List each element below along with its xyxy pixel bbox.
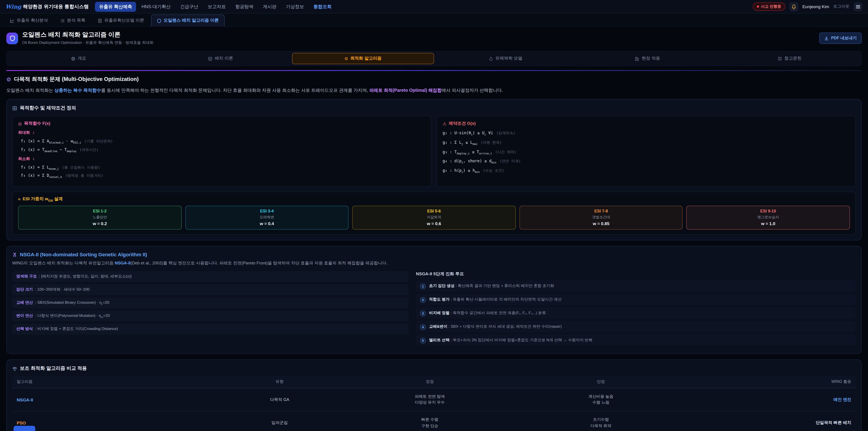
page-title: 오일펜스 배치 최적화 알고리즘 이론 xyxy=(22,31,153,39)
pdf-export-button[interactable]: PDF 내보내기 xyxy=(819,33,862,44)
intro-segment: 에서 의사결정자가 선택합니다. xyxy=(442,88,503,93)
incident-dot-icon xyxy=(757,5,759,8)
param-value: : 100~200개체 · 세대수 50~200 xyxy=(35,287,90,293)
param-row-population: 집단 크기 : 100~200개체 · 세대수 50~200 xyxy=(12,284,409,295)
menu-icon[interactable] xyxy=(854,2,863,11)
esi-range: ESI 9-10 xyxy=(689,209,848,213)
section-tab-label: 현장 적용 xyxy=(642,56,660,61)
section-tab-deployment-theory[interactable]: 배치 이론 xyxy=(150,53,291,64)
formula-note: (여유시간) xyxy=(80,147,98,152)
top-navbar: Wing 해양환경 위기대응 통합시스템 유출유 확산예측 HNS·대기확산 긴… xyxy=(0,0,868,13)
param-row-mutation: 변이 연산 : 다항식 변이(Polynomial Mutation) · ηm… xyxy=(12,311,409,321)
step-text: : 목적함수 공간에서 파레토 전면 계층(F₁, F₂, F₃...) 분류 xyxy=(451,310,546,315)
tab-boom-algorithm-theory[interactable]: 오일펜스 배치 알고리즘 이론 xyxy=(151,14,225,26)
step-label: 교배&변이 xyxy=(429,324,447,329)
section-tab-references[interactable]: 참고문헌 xyxy=(719,53,860,64)
desc-segment: WING의 오일펜스 배치 최적화는 다목적 유전알고리즘 xyxy=(12,261,115,265)
esi-weight: w = 0.85 xyxy=(522,221,681,226)
esi-weight: w = 0.6 xyxy=(354,221,513,226)
sub-tabbar: 유출유 확산분석 분석 목록 유출유확산모델 이론 오일펜스 배치 알고리즘 이… xyxy=(0,13,868,27)
floating-button-partial[interactable] xyxy=(13,426,35,431)
page-content: ⚙ 다목적 최적화 문제 (Multi-Objective Optimizati… xyxy=(0,70,868,431)
incident-badge-label: 사고 진행중 xyxy=(761,4,781,9)
section-tab-field-application[interactable]: 현장 적용 xyxy=(577,53,718,64)
formula: f₃ (x) = Σ Lboom,j xyxy=(21,165,59,170)
algorithm-pros: 파레토 전면 탐색다양성 유지 우수 xyxy=(342,394,518,406)
maximize-label: 최대화 : xyxy=(18,130,426,135)
esi-name: 갯벌조간대 xyxy=(522,215,681,220)
wing-usage: 단일목적 빠른 배치 xyxy=(684,420,851,426)
table-row: PSO 입자군집 빠른 수렴구현 단순 조기수렴다목적 취약 단일목적 빠른 배… xyxy=(12,411,856,431)
esi-name: 모래해변 xyxy=(187,215,346,220)
nav-item-integrated-search[interactable]: 통합조회 xyxy=(309,2,336,11)
formula: g₁ : U·sin(θi) ≤ Uc ∀i xyxy=(442,131,493,136)
desc-highlight-nsga: NSGA-II xyxy=(115,261,131,265)
step-number: 1 xyxy=(420,283,426,289)
esi-weight: w = 0.4 xyxy=(187,221,346,226)
nav-item-hns-dispersion[interactable]: HNS·대기확산 xyxy=(137,2,175,11)
download-icon xyxy=(825,36,829,40)
scales-icon xyxy=(12,366,17,371)
globe-icon xyxy=(71,56,75,61)
col-header-wing-usage: WING 활용 xyxy=(684,379,851,385)
section-tab-label: 최적화 알고리즘 xyxy=(350,56,381,61)
notifications-bell-icon[interactable] xyxy=(789,2,798,11)
tab-label: 유출유 확산분석 xyxy=(17,18,48,24)
param-value: : SBX(Simulated Binary Crossover) · ηc=2… xyxy=(35,300,110,305)
formula-note: (수심 조건) xyxy=(483,168,504,173)
loop-step-2: 2 적합도 평가 : 유출유 확산 시뮬레이터로 각 배치안의 차단면적·도달시… xyxy=(416,294,856,305)
app-logo: Wing 해양환경 위기대응 통합시스템 xyxy=(5,3,89,10)
main-nav: 유출유 확산예측 HNS·대기확산 긴급구난 보고자료 항공탐색 게시판 기상정… xyxy=(95,2,336,11)
esi-range: ESI 7-8 xyxy=(522,209,681,213)
wing-logo-icon: Wing xyxy=(5,3,21,10)
param-row-crossover: 교배 연산 : SBX(Simulated Binary Crossover) … xyxy=(12,298,409,308)
formula-note: (방제정 총 이동거리) xyxy=(65,173,103,178)
moo-heading-text: 다목적 최적화 문제 (Multi-Objective Optimization… xyxy=(14,75,139,83)
nsga-card: NSGA-II (Non-dominated Sorting Genetic A… xyxy=(6,246,862,354)
section-tab-overview[interactable]: 개요 xyxy=(8,53,149,64)
step-number: 3 xyxy=(420,310,426,316)
gear-icon: ⚙ xyxy=(344,56,348,61)
formula-note: (임계유속) xyxy=(496,131,515,135)
nav-item-reports[interactable]: 보고자료 xyxy=(204,2,230,11)
esi-name: 자갈퇴적 xyxy=(354,215,513,220)
shield-icon xyxy=(157,18,161,23)
nav-item-oil-spill-prediction[interactable]: 유출유 확산예측 xyxy=(95,2,136,11)
formula-line: f₁ (x) = Σ Ablocked,i · wESI,i (기름 차단면적) xyxy=(21,139,426,144)
col-header-cons: 단점 xyxy=(518,379,684,385)
pdf-export-label: PDF 내보내기 xyxy=(831,35,857,41)
formula: g₂ : Σ Lj ≤ Lmax xyxy=(442,140,477,145)
grid-icon xyxy=(12,105,17,111)
section-tab-optimization-algorithm[interactable]: ⚙ 최적화 알고리즘 xyxy=(292,53,434,64)
list-icon xyxy=(60,18,65,23)
tab-spill-model-theory[interactable]: 유출유확산모델 이론 xyxy=(92,15,150,26)
nav-item-aerial-search[interactable]: 항공탐색 xyxy=(231,2,257,11)
nav-item-board[interactable]: 게시판 xyxy=(259,2,281,11)
moo-intro-paragraph: 오일펜스 배치 최적화는 상충하는 복수 목적함수를 동시에 만족해야 하는 전… xyxy=(6,87,730,94)
esi-box-3-4: ESI 3-4 모래해변 w = 0.4 xyxy=(185,206,348,229)
tab-spill-analysis[interactable]: 유출유 확산분석 xyxy=(4,15,53,26)
logout-button[interactable]: 로그아웃 xyxy=(833,4,849,9)
table-header-row: 알고리즘 유형 장점 단점 WING 활용 xyxy=(12,376,856,388)
section-tab-hydrodynamics[interactable]: 유체역학 모델 xyxy=(435,53,576,64)
incident-status-badge[interactable]: 사고 진행중 xyxy=(753,2,785,11)
tab-analysis-list[interactable]: 분석 목록 xyxy=(55,15,91,26)
col-header-pros: 장점 xyxy=(342,379,518,385)
formula-note: (자원 한계) xyxy=(480,140,502,145)
nav-item-emergency-rescue[interactable]: 긴급구난 xyxy=(176,2,202,11)
formula-line: f₄ (x) = Σ Dvessel,k (방제정 총 이동거리) xyxy=(21,173,426,179)
section-tab-label: 개요 xyxy=(78,56,86,61)
intro-highlight-objectives: 상충하는 복수 목적함수 xyxy=(54,88,101,93)
loop-step-1: 1 초기 집단 생성 : 확산예측 결과 기반 랜덤 + 휴리스틱 배치안 혼합… xyxy=(416,280,856,291)
algorithm-name: NSGA-II xyxy=(17,397,217,402)
formula-line: f₃ (x) = Σ Lboom,j (총 오일펜스 사용량) xyxy=(21,165,426,170)
esi-name: 맹그로브습지 xyxy=(689,215,848,220)
param-value: : 다항식 변이(Polynomial Mutation) · ηm=20 xyxy=(35,313,110,319)
formula-note: (기름 차단면적) xyxy=(84,139,113,144)
step-label: 엘리트 선택 xyxy=(429,337,450,342)
nav-item-weather[interactable]: 기상정보 xyxy=(282,2,308,11)
page-header: 오일펜스 배치 최적화 알고리즘 이론 Oil Boom Deployment … xyxy=(0,27,868,50)
param-label: 염색체 구조 xyxy=(16,274,37,279)
formula: f₄ (x) = Σ Dvessel,k xyxy=(21,173,62,179)
chart-icon xyxy=(10,18,14,23)
